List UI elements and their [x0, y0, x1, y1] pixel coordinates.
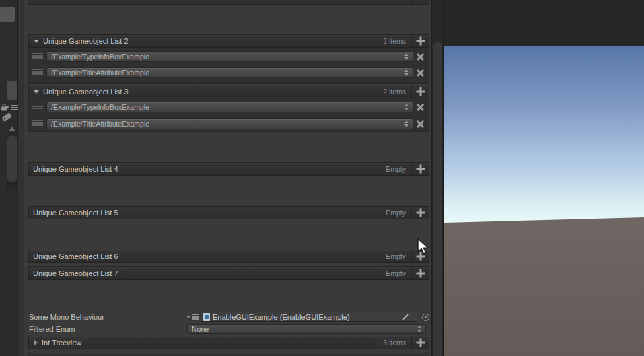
- left-panel-edge: [0, 0, 24, 356]
- item-count-badge: 3 items: [383, 339, 406, 347]
- list-title: Unique Gameobject List 3: [43, 87, 129, 96]
- dropdown-value: /Example/TypeInfoBoxExample: [51, 103, 149, 111]
- list-title: Unique Gameobject List 5: [33, 209, 118, 217]
- menu-lines-icon: [11, 105, 18, 110]
- remove-item-button[interactable]: [416, 52, 425, 61]
- stepper-icon: [404, 69, 409, 76]
- preset-menu-icon[interactable]: [186, 314, 199, 320]
- inspector-panel: Unique Gameobject List 2 2 items /Exampl…: [24, 0, 431, 356]
- list-header-unique-gameobject-list-3[interactable]: Unique Gameobject List 3 2 items: [28, 85, 429, 98]
- scene-view[interactable]: [443, 0, 644, 356]
- scrollbar-thumb[interactable]: [7, 81, 17, 100]
- list-title: Int Treeview: [42, 339, 81, 347]
- panel-divider-strip: [18, 0, 24, 356]
- gameobject-dropdown[interactable]: /Example/TypeInfoBoxExample: [46, 51, 413, 62]
- stepper-icon: [404, 120, 409, 127]
- item-count-badge: 2 items: [383, 87, 406, 96]
- object-picker-icon[interactable]: [422, 314, 429, 321]
- script-icon: [203, 313, 210, 321]
- item-count-badge: 2 items: [383, 37, 406, 45]
- list-body: /Example/TypeInfoBoxExample /Example/Tit…: [28, 48, 429, 84]
- stepper-icon: [417, 326, 422, 332]
- scroll-up-icon[interactable]: [9, 127, 15, 131]
- list-header-clipped[interactable]: [28, 353, 429, 356]
- list-header-unique-gameobject-list-2[interactable]: Unique Gameobject List 2 2 items: [28, 34, 429, 48]
- foldout-open-icon: [34, 90, 39, 94]
- plus-icon: [416, 37, 425, 46]
- scrollbar-thumb[interactable]: [7, 135, 17, 182]
- enum-dropdown[interactable]: None: [187, 324, 426, 334]
- item-count-badge: Empty: [386, 252, 406, 260]
- dropdown-value: /Example/TitleAttributeExample: [51, 69, 149, 77]
- drag-handle-icon[interactable]: [32, 53, 43, 60]
- item-count-badge: Empty: [386, 165, 406, 173]
- gameobject-dropdown[interactable]: /Example/TitleAttributeExample: [46, 67, 413, 78]
- remove-item-button[interactable]: [416, 120, 425, 129]
- item-count-badge: Empty: [386, 209, 406, 217]
- add-item-button[interactable]: [411, 163, 429, 175]
- foldout-open-icon: [34, 40, 39, 43]
- gameobject-dropdown[interactable]: /Example/TitleAttributeExample: [46, 118, 413, 129]
- list-header-unique-gameobject-list-7[interactable]: Unique Gameobject List 7 Empty: [28, 266, 429, 280]
- list-title: Unique Gameobject List 6: [33, 252, 118, 260]
- foldout-closed-icon: [34, 340, 38, 345]
- drag-handle-icon[interactable]: [32, 104, 43, 110]
- field-label-mono-behaviour: Some Mono Behaviour: [29, 312, 104, 322]
- remove-item-button[interactable]: [416, 103, 425, 112]
- drag-handle-icon[interactable]: [32, 120, 43, 127]
- add-item-button[interactable]: [411, 336, 429, 349]
- object-field-value: EnableGUIExample (EnableGUIExample): [213, 313, 350, 321]
- list-header-unique-gameobject-list-5[interactable]: Unique Gameobject List 5 Empty: [28, 206, 429, 219]
- field-label-filtered-enum: Filtered Enum: [29, 324, 75, 334]
- pencil-icon[interactable]: [402, 314, 409, 320]
- mouse-cursor: [416, 238, 432, 259]
- list-body: /Example/TypeInfoBoxExample /Example/Tit…: [28, 98, 429, 132]
- item-count-badge: Empty: [386, 269, 406, 277]
- plus-icon: [416, 165, 425, 174]
- remove-item-button[interactable]: [416, 69, 425, 77]
- scrollbar-thumb[interactable]: [0, 7, 15, 22]
- plus-icon: [416, 209, 425, 217]
- unity-editor-window: Unique Gameobject List 2 2 items /Exampl…: [0, 0, 644, 356]
- scene-ground: [444, 217, 644, 356]
- list-header-clipped[interactable]: [28, 0, 429, 5]
- add-item-button[interactable]: [411, 35, 429, 47]
- add-item-button[interactable]: [411, 85, 429, 98]
- drag-handle-icon[interactable]: [32, 69, 43, 76]
- inspector-scrollbar-track[interactable]: [431, 0, 443, 356]
- plus-icon: [416, 269, 425, 278]
- chevron-down-icon: [186, 316, 190, 318]
- plus-icon: [416, 339, 425, 347]
- list-title: Unique Gameobject List 2: [43, 37, 129, 45]
- plus-icon: [416, 87, 425, 96]
- list-title: Unique Gameobject List 4: [33, 165, 118, 173]
- add-button-separator: [412, 0, 429, 5]
- list-header-unique-gameobject-list-6[interactable]: Unique Gameobject List 6 Empty: [28, 250, 429, 263]
- dropdown-value: /Example/TitleAttributeExample: [51, 120, 149, 128]
- scene-sky: [444, 46, 644, 229]
- list-header-unique-gameobject-list-4[interactable]: Unique Gameobject List 4 Empty: [28, 162, 429, 176]
- stepper-icon: [404, 104, 409, 110]
- stepper-icon: [404, 53, 409, 60]
- object-field-mono-behaviour[interactable]: EnableGUIExample (EnableGUIExample): [201, 312, 417, 322]
- gameobject-dropdown[interactable]: /Example/TypeInfoBoxExample: [46, 102, 413, 112]
- dropdown-value: /Example/TypeInfoBoxExample: [51, 52, 149, 61]
- chevron-down-icon: [5, 106, 9, 109]
- add-item-button[interactable]: [411, 267, 429, 279]
- preset-menu-icon[interactable]: [5, 105, 18, 110]
- list-header-int-treeview[interactable]: Int Treeview 3 items: [28, 336, 429, 349]
- list-title: Unique Gameobject List 7: [33, 269, 118, 277]
- inspector-scrollbar-thumb[interactable]: [433, 42, 442, 356]
- add-item-button[interactable]: [411, 207, 429, 219]
- dropdown-value: None: [192, 325, 209, 333]
- scrollbar-track-lower[interactable]: [7, 187, 17, 356]
- menu-lines-icon: [192, 314, 199, 320]
- tag-icon[interactable]: [0, 110, 13, 127]
